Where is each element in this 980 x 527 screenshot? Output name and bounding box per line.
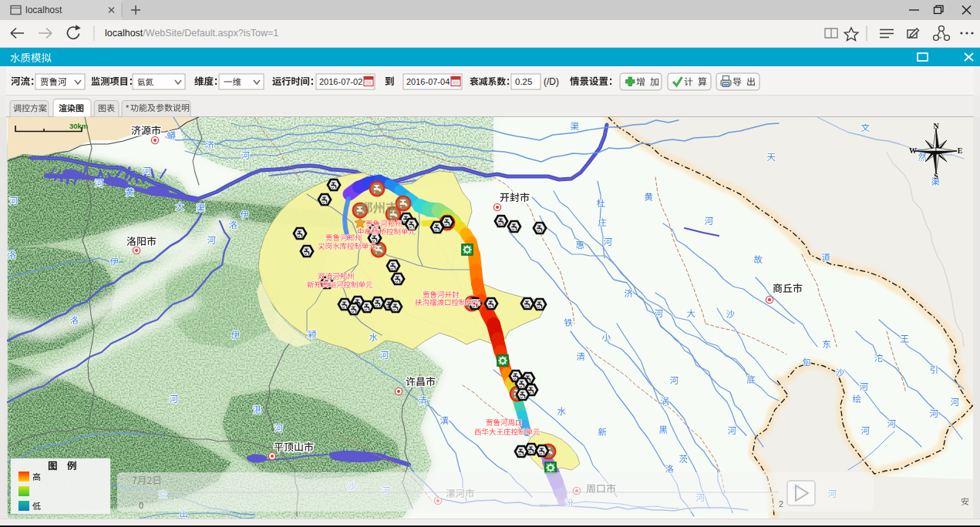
svg-text:*: * (126, 103, 130, 112)
svg-text:0.25: 0.25 (515, 77, 532, 86)
svg-text:S: S (934, 172, 938, 180)
svg-text:30km: 30km (69, 122, 88, 130)
svg-text:N: N (933, 122, 939, 130)
svg-text:localhost/WebSite/Default.aspx: localhost/WebSite/Default.aspx?isTow=1 (105, 28, 278, 39)
svg-text:E: E (958, 146, 963, 155)
svg-text:2: 2 (779, 499, 783, 509)
svg-text:W: W (909, 146, 917, 155)
svg-text:(/D): (/D) (544, 76, 559, 87)
svg-text:2016-07-04: 2016-07-04 (406, 77, 450, 86)
svg-text:localhost: localhost (25, 5, 62, 15)
svg-text:2016-07-02: 2016-07-02 (319, 77, 362, 86)
svg-text:0: 0 (139, 501, 143, 510)
